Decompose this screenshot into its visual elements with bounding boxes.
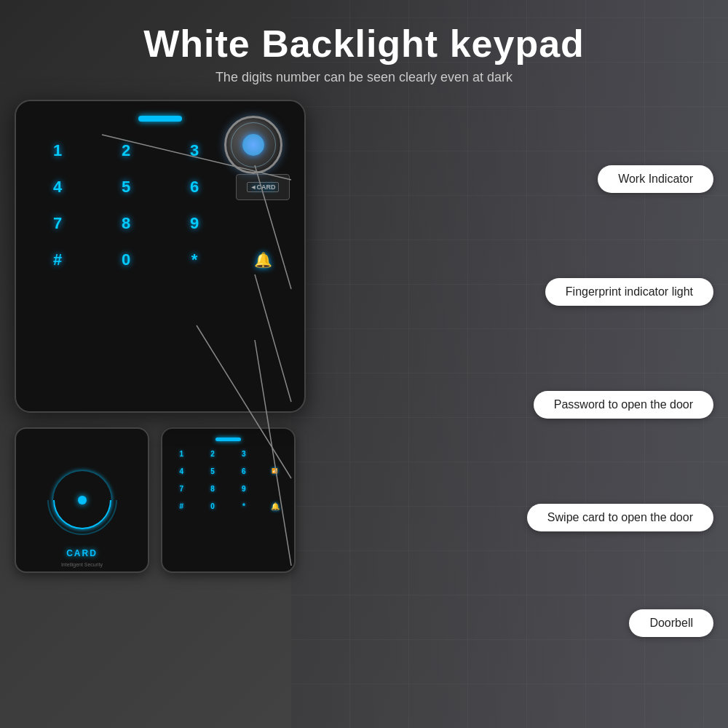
svg-line-1 bbox=[255, 165, 291, 289]
fingerprint-label: Fingerprint indicator light bbox=[545, 278, 713, 306]
connector-lines bbox=[15, 100, 342, 595]
swipe-card-label: Swipe card to open the door bbox=[527, 504, 713, 531]
page-subtitle: The digits number can be seen clearly ev… bbox=[0, 70, 728, 85]
svg-line-0 bbox=[102, 135, 291, 180]
svg-line-4 bbox=[255, 340, 291, 566]
right-column: Work Indicator Fingerprint indicator lig… bbox=[320, 100, 713, 595]
svg-line-3 bbox=[197, 325, 291, 478]
page-title: White Backlight keypad bbox=[0, 22, 728, 66]
work-indicator-label: Work Indicator bbox=[598, 165, 713, 193]
page-content: White Backlight keypad The digits number… bbox=[0, 0, 728, 728]
password-label: Password to open the door bbox=[534, 391, 713, 419]
header: White Backlight keypad The digits number… bbox=[0, 0, 728, 92]
doorbell-label: Doorbell bbox=[629, 609, 713, 637]
main-area: 1 2 3 4 5 6 ◄CARD 7 8 9 bbox=[0, 92, 728, 595]
svg-line-2 bbox=[255, 274, 291, 402]
